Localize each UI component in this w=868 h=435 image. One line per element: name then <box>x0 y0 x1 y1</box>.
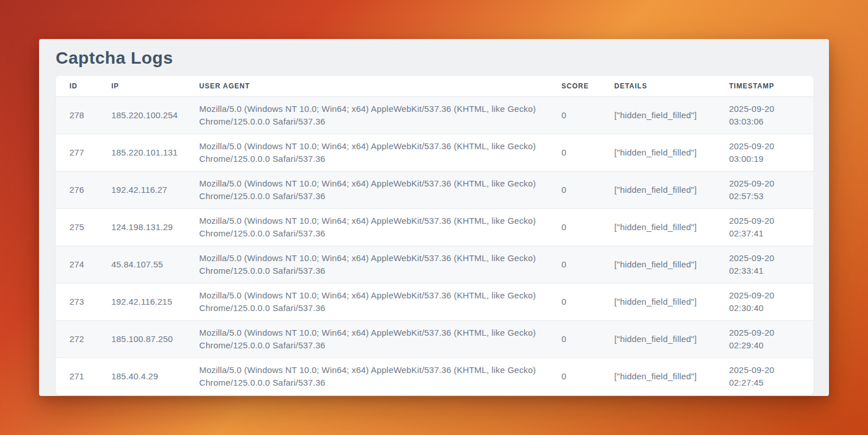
cell-id: 275 <box>69 221 111 234</box>
cell-details: ["hidden_field_filled"] <box>614 258 729 271</box>
cell-user-agent: Mozilla/5.0 (Windows NT 10.0; Win64; x64… <box>199 140 561 165</box>
cell-details: ["hidden_field_filled"] <box>614 109 729 122</box>
cell-score: 0 <box>561 296 614 308</box>
cell-score: 0 <box>561 109 614 122</box>
column-header-user-agent: USER AGENT <box>199 82 561 90</box>
cell-timestamp: 2025-09-20 03:00:19 <box>729 140 800 165</box>
cell-user-agent: Mozilla/5.0 (Windows NT 10.0; Win64; x64… <box>199 103 561 128</box>
cell-id: 273 <box>69 296 111 308</box>
cell-details: ["hidden_field_filled"] <box>614 296 729 308</box>
cell-timestamp: 2025-09-20 02:37:41 <box>729 215 800 240</box>
column-header-timestamp: TIMESTAMP <box>729 82 800 90</box>
table-row: 274 45.84.107.55 Mozilla/5.0 (Windows NT… <box>56 246 813 283</box>
table-body: 278 185.220.100.254 Mozilla/5.0 (Windows… <box>56 97 813 395</box>
cell-user-agent: Mozilla/5.0 (Windows NT 10.0; Win64; x64… <box>199 252 561 277</box>
page-title: Captcha Logs <box>56 48 812 68</box>
cell-id: 278 <box>69 109 111 122</box>
cell-score: 0 <box>561 184 614 196</box>
cell-timestamp: 2025-09-20 02:29:40 <box>729 327 800 352</box>
cell-details: ["hidden_field_filled"] <box>614 221 729 234</box>
column-header-ip: IP <box>111 82 199 90</box>
table-header: ID IP USER AGENT SCORE DETAILS TIMESTAMP <box>56 76 813 97</box>
cell-ip: 192.42.116.215 <box>111 296 199 308</box>
table-row: 278 185.220.100.254 Mozilla/5.0 (Windows… <box>56 97 813 134</box>
cell-ip: 192.42.116.27 <box>111 184 199 196</box>
app-background: Captcha Logs ID IP USER AGENT SCORE DETA… <box>0 0 868 435</box>
cell-id: 274 <box>69 258 111 271</box>
cell-user-agent: Mozilla/5.0 (Windows NT 10.0; Win64; x64… <box>199 289 561 314</box>
cell-timestamp: 2025-09-20 03:03:06 <box>729 103 800 128</box>
cell-timestamp: 2025-09-20 02:30:40 <box>729 289 800 314</box>
cell-score: 0 <box>561 333 614 345</box>
column-header-id: ID <box>69 82 111 90</box>
table-row: 277 185.220.101.131 Mozilla/5.0 (Windows… <box>56 134 813 172</box>
cell-user-agent: Mozilla/5.0 (Windows NT 10.0; Win64; x64… <box>199 215 561 240</box>
cell-details: ["hidden_field_filled"] <box>614 333 729 345</box>
cell-id: 276 <box>69 184 111 196</box>
cell-id: 271 <box>69 370 111 383</box>
table-row: 275 124.198.131.29 Mozilla/5.0 (Windows … <box>56 209 813 246</box>
cell-details: ["hidden_field_filled"] <box>614 370 729 383</box>
table-row: 271 185.40.4.29 Mozilla/5.0 (Windows NT … <box>56 358 813 395</box>
cell-score: 0 <box>561 258 614 271</box>
cell-timestamp: 2025-09-20 02:57:53 <box>729 177 800 203</box>
column-header-details: DETAILS <box>614 82 729 90</box>
cell-ip: 185.40.4.29 <box>111 370 199 383</box>
cell-user-agent: Mozilla/5.0 (Windows NT 10.0; Win64; x64… <box>199 327 561 352</box>
cell-ip: 185.100.87.250 <box>111 333 199 345</box>
cell-id: 277 <box>69 146 111 159</box>
cell-score: 0 <box>561 221 614 234</box>
cell-user-agent: Mozilla/5.0 (Windows NT 10.0; Win64; x64… <box>199 364 561 389</box>
cell-ip: 185.220.100.254 <box>111 109 199 122</box>
cell-details: ["hidden_field_filled"] <box>614 184 729 196</box>
cell-id: 272 <box>69 333 111 345</box>
logs-table: ID IP USER AGENT SCORE DETAILS TIMESTAMP… <box>56 76 813 395</box>
cell-ip: 185.220.101.131 <box>111 146 199 159</box>
table-row: 276 192.42.116.27 Mozilla/5.0 (Windows N… <box>56 172 813 209</box>
cell-ip: 45.84.107.55 <box>111 258 199 271</box>
cell-score: 0 <box>561 370 614 383</box>
cell-timestamp: 2025-09-20 02:33:41 <box>729 252 800 277</box>
cell-timestamp: 2025-09-20 02:27:45 <box>729 364 800 389</box>
table-row: 272 185.100.87.250 Mozilla/5.0 (Windows … <box>56 321 813 358</box>
cell-ip: 124.198.131.29 <box>111 221 199 234</box>
cell-score: 0 <box>561 146 614 159</box>
cell-details: ["hidden_field_filled"] <box>614 146 729 159</box>
column-header-score: SCORE <box>561 82 614 90</box>
table-row: 273 192.42.116.215 Mozilla/5.0 (Windows … <box>56 283 813 321</box>
cell-user-agent: Mozilla/5.0 (Windows NT 10.0; Win64; x64… <box>199 177 561 203</box>
captcha-logs-panel: Captcha Logs ID IP USER AGENT SCORE DETA… <box>39 39 829 396</box>
